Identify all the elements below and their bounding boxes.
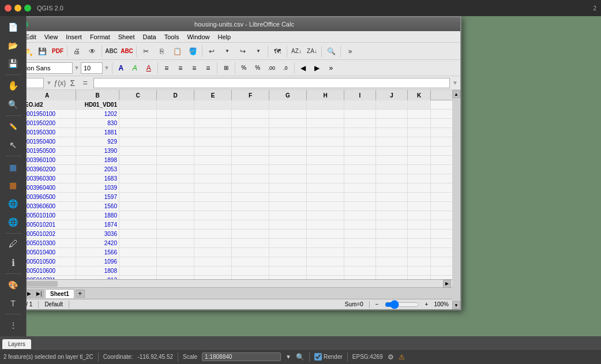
menu-help[interactable]: Help (215, 32, 235, 42)
cell-k-5[interactable] (408, 137, 431, 146)
sheet-tab-1[interactable]: Sheet1 (45, 289, 74, 298)
table-row[interactable]: 16 53005010300 2420 (27, 239, 452, 248)
cell-g-18[interactable] (269, 257, 307, 266)
cell-k-10[interactable] (408, 183, 431, 192)
cell-d-6[interactable] (157, 147, 194, 155)
scroll-right-btn[interactable]: ▶ (443, 280, 451, 288)
cell-h-1[interactable] (307, 100, 344, 109)
paintbucket-btn[interactable]: 🪣 (185, 44, 200, 58)
cell-k-1[interactable] (408, 100, 431, 109)
save-btn[interactable]: 💾 (35, 44, 50, 58)
cell-d-12[interactable] (157, 202, 194, 211)
zoom-in-tool[interactable]: 🔍 (4, 96, 22, 113)
cell-h-9[interactable] (307, 174, 344, 183)
sheet-nav-next[interactable]: ▶ (27, 290, 33, 298)
scroll-up-btn[interactable]: ▲ (452, 90, 460, 98)
align-center-btn[interactable]: ≡ (174, 62, 187, 74)
edit-tool[interactable]: ✏️ (4, 118, 22, 135)
align-left-btn[interactable]: ≡ (160, 62, 173, 74)
identify-tool[interactable]: ℹ (4, 254, 22, 271)
cell-k-4[interactable] (408, 128, 431, 137)
cell-e-18[interactable] (194, 257, 232, 266)
cell-g-9[interactable] (269, 174, 307, 183)
cell-h-3[interactable] (307, 119, 344, 127)
cell-a-16[interactable]: 53005010300 (27, 239, 76, 247)
save-project-button[interactable]: 💾 (4, 55, 22, 72)
cell-h-8[interactable] (307, 165, 344, 174)
table-row[interactable]: 18 53005010500 1096 (27, 257, 452, 267)
cell-f-19[interactable] (232, 267, 269, 275)
cell-g-8[interactable] (269, 165, 307, 174)
table-row[interactable]: 19 53005010600 1808 (27, 267, 452, 276)
zoom-out-icon[interactable]: − (375, 301, 379, 307)
font-size-input[interactable] (81, 62, 103, 74)
cell-c-9[interactable] (119, 174, 157, 183)
cell-j-3[interactable] (376, 119, 408, 127)
cell-f-12[interactable] (232, 202, 269, 211)
more-tools-btn[interactable]: » (343, 44, 358, 58)
cell-a-11[interactable]: 53003960500 (27, 193, 76, 201)
menu-window[interactable]: Window (183, 32, 213, 42)
cell-j-6[interactable] (376, 147, 408, 155)
cell-g-11[interactable] (269, 193, 307, 201)
font-size-dropdown[interactable]: ▼ (104, 65, 110, 71)
cell-f-3[interactable] (232, 119, 269, 127)
more-format-btn[interactable]: » (325, 62, 337, 74)
formula-input[interactable] (93, 78, 450, 88)
cell-h-10[interactable] (307, 183, 344, 192)
col-header-j[interactable]: J (376, 90, 408, 100)
add-sheet-button[interactable]: + (76, 290, 85, 298)
cell-j-7[interactable] (376, 156, 408, 164)
preview-btn[interactable]: 👁 (85, 44, 100, 58)
cell-i-6[interactable] (344, 147, 376, 155)
cell-d-18[interactable] (157, 257, 194, 266)
add-raster-layer[interactable]: ▦ (4, 177, 22, 194)
add-wfs-layer[interactable]: 🌐 (4, 213, 22, 231)
cell-e-19[interactable] (194, 267, 232, 275)
menu-format[interactable]: Format (87, 32, 114, 42)
cell-b-9[interactable]: 1683 (76, 174, 119, 183)
cell-i-9[interactable] (344, 174, 376, 183)
paste-btn[interactable]: 📋 (170, 44, 185, 58)
col-header-b[interactable]: B (76, 90, 119, 100)
menu-sheet[interactable]: Sheet (115, 32, 138, 42)
scroll-down-btn[interactable]: ▼ (452, 301, 460, 309)
cell-h-17[interactable] (307, 248, 344, 257)
cell-a-19[interactable]: 53005010600 (27, 267, 76, 275)
cell-a-10[interactable]: 53003960400 (27, 183, 76, 192)
cell-h-16[interactable] (307, 239, 344, 247)
cell-g-14[interactable] (269, 220, 307, 229)
cell-i-10[interactable] (344, 183, 376, 192)
redo-btn[interactable]: ↪ (235, 44, 250, 58)
cell-i-12[interactable] (344, 202, 376, 211)
cell-k-14[interactable] (408, 220, 431, 229)
cell-f-9[interactable] (232, 174, 269, 183)
cell-b-2[interactable]: 1202 (76, 110, 119, 118)
cell-b-13[interactable]: 1880 (76, 211, 119, 220)
cell-i-11[interactable] (344, 193, 376, 201)
select-tool[interactable]: ↖ (4, 136, 22, 153)
cell-g-17[interactable] (269, 248, 307, 257)
cell-e-3[interactable] (194, 119, 232, 127)
cell-e-14[interactable] (194, 220, 232, 229)
cell-f-13[interactable] (232, 211, 269, 220)
cell-f-4[interactable] (232, 128, 269, 137)
cell-c-16[interactable] (119, 239, 157, 247)
justify-btn[interactable]: ≡ (202, 62, 215, 74)
table-row[interactable]: 13 53005010100 1880 (27, 211, 452, 220)
cell-c-19[interactable] (119, 267, 157, 275)
cell-d-17[interactable] (157, 248, 194, 257)
cell-g-7[interactable] (269, 156, 307, 164)
cell-a-7[interactable]: 53003960100 (27, 156, 76, 164)
cell-k-12[interactable] (408, 202, 431, 211)
cell-e-9[interactable] (194, 174, 232, 183)
cell-d-16[interactable] (157, 239, 194, 247)
qgis-close-button[interactable] (5, 5, 12, 12)
cell-b-5[interactable]: 929 (76, 137, 119, 146)
cell-f-15[interactable] (232, 230, 269, 238)
cell-h-19[interactable] (307, 267, 344, 275)
cell-f-16[interactable] (232, 239, 269, 247)
table-row[interactable]: 6 53001950500 1390 (27, 147, 452, 156)
merge-cells-btn[interactable]: ⊞ (220, 62, 232, 74)
cell-d-1[interactable] (157, 100, 194, 109)
